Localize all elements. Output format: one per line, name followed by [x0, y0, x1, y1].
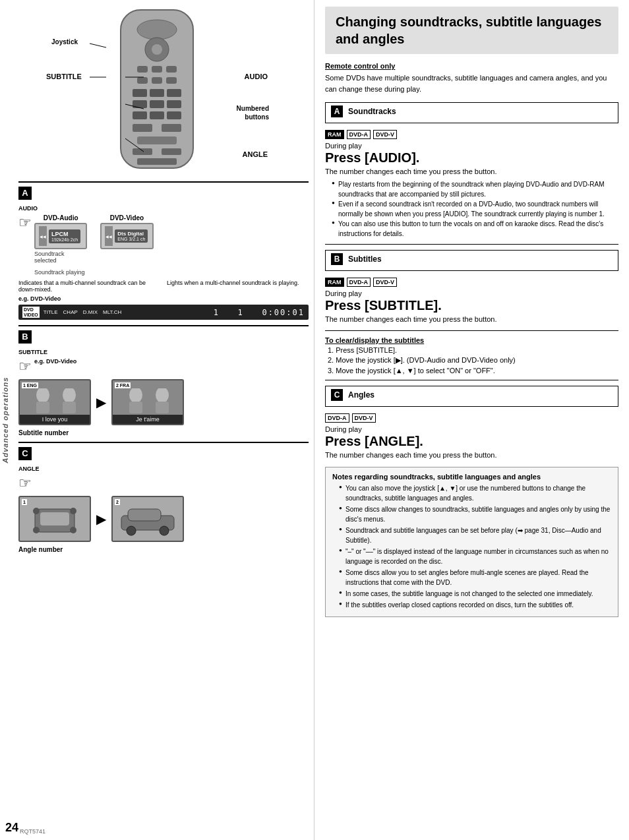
section-b-title: Subtitles — [348, 255, 382, 264]
note-3: Soundtrack and subtitle languages can be… — [339, 525, 611, 545]
svg-rect-23 — [162, 148, 181, 155]
section-c-badges: DVD-A DVD-V — [325, 413, 618, 423]
section-c-description: The number changes each time you press t… — [325, 450, 618, 460]
svg-point-47 — [160, 526, 169, 535]
section-c-title: Angles — [348, 390, 374, 400]
angle-number-label: Angle number — [18, 546, 309, 553]
badge-ram-b: RAM — [325, 278, 344, 287]
section-b-description: The number changes each time you press t… — [325, 315, 618, 324]
subtitle-images-row: 1 ENG I love you ▶ 2 FRA — [18, 379, 309, 425]
page-code: RQT5741 — [20, 828, 45, 835]
channel-notes: Indicates that a multi-channel soundtrac… — [18, 280, 309, 293]
person-svg-2 — [113, 388, 184, 415]
angle-badge1: 1 — [22, 499, 27, 505]
svg-rect-31 — [36, 402, 49, 413]
chap-label: CHAP — [63, 309, 78, 315]
svg-point-32 — [63, 388, 76, 403]
angle-badge2: 2 — [115, 499, 120, 505]
section-b-badges: RAM DVD-A DVD-V — [325, 278, 618, 287]
section-a-badges: RAM DVD-A DVD-V — [325, 130, 618, 139]
intro-text: Some DVDs have multiple soundtracks, sub… — [325, 73, 618, 94]
section-a-box-letter: A — [331, 105, 343, 117]
dmix-label: D.MIX — [83, 309, 98, 315]
svg-rect-6 — [166, 66, 177, 73]
arrow-lines — [51, 7, 164, 178]
soundtrack-selected: Soundtrack selected — [34, 251, 87, 264]
dvd-video-screen: ◀◀ Dts Digital ENG 3/2.1 ch — [100, 223, 153, 249]
badge-dvdv-a: DVD-V — [373, 130, 397, 139]
note-7: If the subtitles overlap closed captions… — [339, 600, 611, 610]
car-svg-1 — [22, 499, 88, 539]
svg-rect-9 — [166, 77, 177, 84]
note1: Indicates that a multi-channel soundtrac… — [18, 280, 160, 293]
bar-labels-row: TITLE CHAP D.MIX MLT.CH — [44, 309, 210, 315]
subtitle-caption2: Je t'aime — [113, 415, 183, 424]
notes-list: You can also move the joystick [▲, ▼] or… — [339, 483, 611, 610]
page-number: 24 — [5, 821, 18, 835]
badge-ram-a: RAM — [325, 130, 344, 139]
section-a-bullets: Play restarts from the beginning of the … — [332, 179, 618, 239]
section-c-box-letter: C — [331, 389, 343, 401]
angle-img2: 2 — [111, 496, 184, 542]
subtitle-section-label: SUBTITLE — [18, 349, 309, 355]
audio-hand-icon: ☞ — [18, 214, 32, 231]
section-c-right: C Angles — [325, 386, 618, 407]
divider-ab — [325, 244, 618, 245]
section-a-letter: A — [18, 187, 32, 200]
subtitle-remote-label: SUBTITLE — [46, 73, 82, 80]
video-bar: DVDVIDEO TITLE CHAP D.MIX MLT.CH 1 1 0:0… — [18, 305, 309, 320]
section-b-header: B Subtitles — [331, 253, 613, 265]
mltch-label: MLT.CH — [103, 309, 121, 315]
svg-point-30 — [36, 388, 49, 403]
eg-dvd-video-b: e.g. DVD-Video — [34, 358, 76, 365]
section-c-during-play: During play — [325, 425, 618, 433]
subtitle-badge1: 1 ENG — [22, 382, 38, 388]
svg-rect-12 — [167, 89, 181, 97]
section-a-title: Soundtracks — [348, 107, 396, 116]
note-6: In some cases, the subtitle language is … — [339, 589, 611, 599]
badge-dvda-c: DVD-A — [325, 413, 349, 423]
subtitle-caption1: I love you — [20, 415, 90, 424]
badge-dvdv-b: DVD-V — [373, 278, 397, 287]
dvd-display-row: DVD-Audio ◀◀ LPCM 192k24b 2ch Soundtrack… — [34, 214, 154, 264]
note-4: "–" or "––" is displayed instead of the … — [339, 547, 611, 566]
note-2: Some discs allow changes to soundtracks,… — [339, 504, 611, 524]
note2: Lights when a multi-channel soundtrack i… — [167, 280, 309, 293]
step-3: 3. Move the joystick [▲, ▼] to select "O… — [328, 367, 618, 375]
dvd-video-label: DVD-Video — [100, 214, 153, 222]
dvd-video-badge: DVDVIDEO — [22, 307, 40, 318]
svg-line-25 — [90, 44, 106, 47]
angle-section-label: ANGLE — [18, 465, 309, 472]
note-1: You can also move the joystick [▲, ▼] or… — [339, 483, 611, 503]
badge-dvda-a: DVD-A — [347, 130, 371, 139]
section-b-right: B Subtitles — [325, 250, 618, 271]
section-a-description: The number changes each time you press t… — [325, 167, 618, 177]
badge-dvda-b: DVD-A — [347, 278, 371, 287]
section-b-press: Press [SUBTITLE]. — [325, 298, 618, 313]
page-title: Changing soundtracks, subtitle languages… — [336, 13, 608, 47]
section-c-block: C ANGLE ☞ 1 ▶ 2 — [18, 442, 309, 553]
section-c-header: C Angles — [331, 389, 613, 401]
audio-section-label: AUDIO — [18, 205, 309, 212]
digital-text: Dts Digital — [117, 231, 145, 237]
sidebar-label: Advanced operations — [1, 377, 9, 464]
svg-point-41 — [70, 508, 76, 514]
section-a-press: Press [AUDIO]. — [325, 150, 618, 165]
note-5: Some discs allow you to set angles befor… — [339, 568, 611, 587]
svg-rect-15 — [167, 100, 181, 108]
svg-point-34 — [129, 388, 142, 403]
step-1: 1. Press [SUBTITLE]. — [328, 346, 618, 354]
dvd-audio-col: DVD-Audio ◀◀ LPCM 192k24b 2ch Soundtrack… — [34, 214, 87, 264]
bullet-a-1: Play restarts from the beginning of the … — [332, 179, 618, 199]
section-a-right: A Soundtracks — [325, 102, 618, 123]
section-b-block: B SUBTITLE ☞ e.g. DVD-Video 1 ENG I love… — [18, 325, 309, 436]
subtitle-number-label: Subtitle number — [18, 429, 309, 436]
section-a-header: A Soundtracks — [331, 105, 613, 117]
dvd-audio-screen: ◀◀ LPCM 192k24b 2ch — [34, 223, 87, 249]
subtitle-img2: 2 FRA Je t'aime — [111, 379, 184, 425]
person-svg-1 — [20, 388, 91, 415]
subtitle-badge2: 2 FRA — [115, 382, 131, 388]
angle-hand-icon: ☞ — [18, 475, 32, 492]
svg-line-29 — [125, 138, 144, 152]
subtitle-hand-icon: ☞ — [18, 358, 32, 375]
